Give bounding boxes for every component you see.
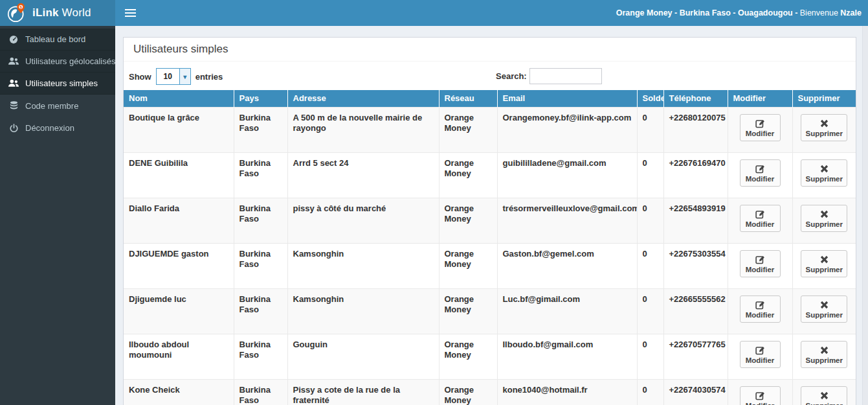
cell-adresse: A 500 m de la nouvelle mairie de rayongo (287, 107, 439, 152)
cell-nom: Diallo Farida (124, 198, 234, 243)
cell-telephone: +22676169470 (663, 152, 728, 198)
cell-solde: 0 (637, 152, 663, 198)
page-size-select[interactable]: 10 ▾ (156, 68, 191, 85)
cell-solde: 0 (637, 243, 663, 288)
cell-telephone: +22670577765 (663, 334, 728, 379)
search-label: Search: (496, 71, 527, 81)
modifier-button[interactable]: Modifier (740, 386, 781, 405)
supprimer-button[interactable]: Supprimer (801, 341, 847, 368)
action-button-label: Modifier (746, 130, 775, 137)
cell-solde: 0 (637, 379, 663, 405)
supprimer-button[interactable]: Supprimer (801, 205, 847, 232)
sidebar: Tableau de bordUtilisateurs géolocalisés… (0, 26, 115, 405)
action-button-label: Supprimer (805, 130, 843, 137)
table-row: Djiguemde lucBurkina FasoKamsonghinOrang… (124, 288, 856, 334)
cell-pays: Burkina Faso (234, 288, 287, 334)
supprimer-button[interactable]: Supprimer (801, 386, 847, 405)
times-icon (820, 255, 829, 264)
cell-nom: DENE Guibilila (124, 152, 234, 198)
sidebar-item-utilisateurs-simples[interactable]: Utilisateurs simples (0, 73, 115, 95)
app-logo[interactable]: $ iLink World (0, 0, 115, 26)
supprimer-button[interactable]: Supprimer (801, 114, 847, 141)
modifier-button[interactable]: Modifier (740, 159, 781, 187)
action-button-label: Modifier (746, 175, 775, 183)
table-row: Diallo FaridaBurkina Fasopissy à côté du… (124, 198, 856, 243)
cell-supprimer: Supprimer (792, 379, 856, 405)
dashboard-icon (8, 35, 19, 44)
sidebar-item-deconnexion[interactable]: Déconnexion (0, 117, 115, 139)
cell-solde: 0 (637, 288, 663, 334)
sidebar-toggle-button[interactable] (115, 0, 145, 26)
sidebar-item-tableau-de-bord[interactable]: Tableau de bord (0, 29, 115, 51)
column-header-pays: Pays (234, 90, 287, 107)
sidebar-item-code-membre[interactable]: Code membre (0, 95, 115, 117)
cell-reseau: Orange Money (439, 243, 497, 288)
supprimer-button[interactable]: Supprimer (801, 295, 847, 323)
table-row: Ilboudo abdoul moumouniBurkina FasoGougu… (124, 334, 856, 379)
brand-name: iLink World (32, 6, 91, 19)
sidebar-menu-top-group: Tableau de bordUtilisateurs géolocalisés… (0, 29, 115, 95)
action-button-label: Supprimer (805, 175, 843, 183)
modifier-button[interactable]: Modifier (740, 341, 781, 368)
times-icon (820, 119, 829, 128)
table-body: Boutique la grâceBurkina FasoA 500 m de … (124, 107, 856, 405)
edit-icon (755, 164, 765, 174)
table-row: DENE GuibililaBurkina FasoArrd 5 sect 24… (124, 152, 856, 198)
edit-icon (755, 345, 765, 355)
cell-modifier: Modifier (728, 243, 792, 288)
column-header-email: Email (497, 90, 637, 107)
cell-pays: Burkina Faso (234, 107, 287, 152)
action-button-label: Modifier (746, 266, 775, 273)
sidebar-item-utilisateurs-geolocalises[interactable]: Utilisateurs géolocalisés (0, 51, 115, 73)
action-button-label: Supprimer (805, 402, 843, 405)
cell-adresse: Kamsonghin (287, 288, 439, 334)
cell-adresse: Pissy a cote de la rue de la fraternité (287, 379, 439, 405)
cell-solde: 0 (637, 107, 663, 152)
cell-nom: Djiguemde luc (124, 288, 234, 334)
cell-nom: DJIGUEMDE gaston (124, 243, 234, 288)
cell-email: trésormerveilleuxlove@gmail.com (497, 198, 637, 243)
cell-reseau: Orange Money (439, 334, 497, 379)
navbar-user-segment: Nzale (840, 8, 862, 17)
sidebar-item-label: Déconnexion (25, 123, 74, 133)
action-button-label: Modifier (746, 402, 775, 405)
users-box: Utilisateurs simples Show 10 ▾ entries S… (123, 37, 856, 405)
modifier-button[interactable]: Modifier (740, 205, 781, 232)
box-body: Show 10 ▾ entries Search: (124, 62, 856, 405)
modifier-button[interactable]: Modifier (740, 114, 781, 141)
show-label: Show (129, 72, 151, 82)
cell-modifier: Modifier (728, 107, 792, 152)
page-title: Utilisateurs simples (124, 38, 856, 62)
cell-supprimer: Supprimer (792, 152, 856, 198)
sidebar-item-label: Utilisateurs géolocalisés (25, 56, 115, 66)
vertical-scrollbar[interactable] (862, 26, 868, 405)
table-header-row: NomPaysAdresseRéseauEmailSoldeTéléphoneM… (124, 90, 856, 107)
cell-modifier: Modifier (728, 379, 792, 405)
modifier-button[interactable]: Modifier (740, 295, 781, 323)
column-header-nom: Nom (124, 90, 234, 107)
users-icon (8, 57, 19, 65)
database-icon (8, 101, 19, 110)
cell-reseau: Orange Money (439, 379, 497, 405)
edit-icon (755, 300, 765, 310)
cell-supprimer: Supprimer (792, 334, 856, 379)
supprimer-button[interactable]: Supprimer (801, 250, 847, 277)
cell-telephone: +22665555562 (663, 288, 728, 334)
supprimer-button[interactable]: Supprimer (801, 159, 847, 187)
svg-text:$: $ (19, 5, 22, 9)
cell-pays: Burkina Faso (234, 243, 287, 288)
cell-modifier: Modifier (728, 152, 792, 198)
column-header-telephone: Téléphone (663, 90, 728, 107)
action-button-label: Modifier (746, 220, 775, 228)
chevron-down-icon: ▾ (179, 69, 190, 84)
search-input[interactable] (529, 68, 602, 84)
action-button-label: Modifier (746, 311, 775, 319)
cell-telephone: +22654893919 (663, 198, 728, 243)
cell-adresse: Gouguin (287, 334, 439, 379)
times-icon (820, 300, 829, 310)
modifier-button[interactable]: Modifier (740, 250, 781, 277)
cell-solde: 0 (637, 334, 663, 379)
cell-email: Gaston.bf@gemel.com (497, 243, 637, 288)
table-row: Kone CheickBurkina FasoPissy a cote de l… (124, 379, 856, 405)
edit-icon (755, 119, 765, 128)
